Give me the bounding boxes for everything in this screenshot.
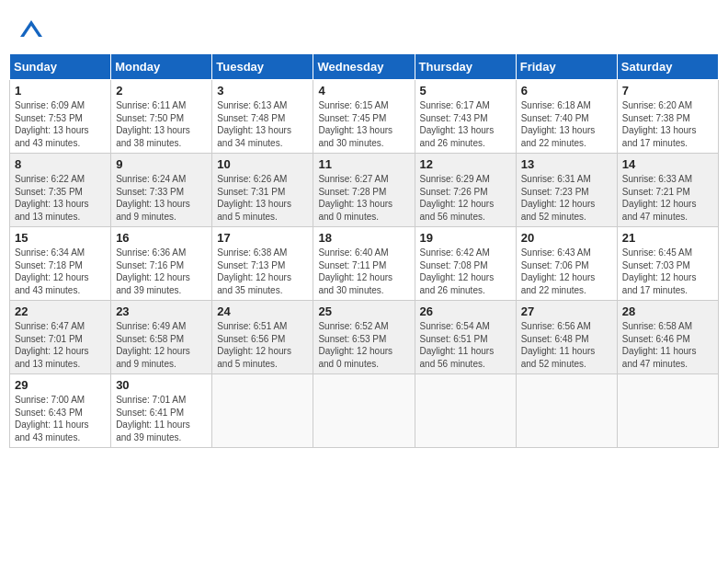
calendar-cell: 14Sunrise: 6:33 AM Sunset: 7:21 PM Dayli…	[617, 154, 718, 227]
day-number: 2	[116, 84, 207, 98]
day-number: 6	[521, 84, 612, 98]
day-info: Sunrise: 6:42 AM Sunset: 7:08 PM Dayligh…	[420, 247, 511, 296]
weekday-header: Friday	[516, 54, 617, 80]
weekday-header: Monday	[111, 54, 212, 80]
weekday-header: Sunday	[10, 54, 111, 80]
calendar-cell: 4Sunrise: 6:15 AM Sunset: 7:45 PM Daylig…	[313, 80, 415, 154]
calendar-week-row: 22Sunrise: 6:47 AM Sunset: 7:01 PM Dayli…	[10, 301, 719, 374]
day-info: Sunrise: 6:09 AM Sunset: 7:53 PM Dayligh…	[15, 99, 106, 149]
day-number: 23	[116, 304, 207, 318]
day-info: Sunrise: 6:24 AM Sunset: 7:33 PM Dayligh…	[116, 173, 207, 223]
calendar-cell: 6Sunrise: 6:18 AM Sunset: 7:40 PM Daylig…	[516, 80, 617, 154]
calendar-cell: 1Sunrise: 6:09 AM Sunset: 7:53 PM Daylig…	[10, 80, 111, 154]
calendar-cell: 12Sunrise: 6:29 AM Sunset: 7:26 PM Dayli…	[415, 154, 516, 227]
calendar-cell: 17Sunrise: 6:38 AM Sunset: 7:13 PM Dayli…	[212, 227, 313, 301]
day-number: 25	[318, 304, 409, 318]
day-info: Sunrise: 6:18 AM Sunset: 7:40 PM Dayligh…	[521, 99, 612, 149]
calendar-week-row: 8Sunrise: 6:22 AM Sunset: 7:35 PM Daylig…	[10, 154, 719, 227]
day-info: Sunrise: 7:00 AM Sunset: 6:43 PM Dayligh…	[15, 394, 106, 443]
calendar-cell: 22Sunrise: 6:47 AM Sunset: 7:01 PM Dayli…	[10, 301, 111, 374]
calendar-cell: 9Sunrise: 6:24 AM Sunset: 7:33 PM Daylig…	[111, 154, 212, 227]
day-number: 19	[420, 231, 511, 245]
day-info: Sunrise: 6:11 AM Sunset: 7:50 PM Dayligh…	[116, 99, 207, 149]
day-info: Sunrise: 6:43 AM Sunset: 7:06 PM Dayligh…	[521, 247, 612, 296]
day-number: 17	[217, 231, 308, 245]
calendar-cell: 15Sunrise: 6:34 AM Sunset: 7:18 PM Dayli…	[10, 227, 111, 301]
day-info: Sunrise: 6:29 AM Sunset: 7:26 PM Dayligh…	[420, 173, 511, 223]
calendar-cell	[415, 374, 516, 448]
day-info: Sunrise: 6:31 AM Sunset: 7:23 PM Dayligh…	[521, 173, 612, 223]
logo	[18, 18, 48, 44]
calendar-cell: 24Sunrise: 6:51 AM Sunset: 6:56 PM Dayli…	[212, 301, 313, 374]
page-header	[9, 9, 719, 49]
day-number: 16	[116, 231, 207, 245]
day-info: Sunrise: 6:20 AM Sunset: 7:38 PM Dayligh…	[622, 99, 713, 149]
day-info: Sunrise: 6:52 AM Sunset: 6:53 PM Dayligh…	[318, 320, 409, 370]
day-info: Sunrise: 6:33 AM Sunset: 7:21 PM Dayligh…	[622, 173, 713, 223]
calendar-cell: 19Sunrise: 6:42 AM Sunset: 7:08 PM Dayli…	[415, 227, 516, 301]
calendar-week-row: 29Sunrise: 7:00 AM Sunset: 6:43 PM Dayli…	[10, 374, 719, 448]
day-number: 13	[521, 157, 612, 171]
calendar-cell: 29Sunrise: 7:00 AM Sunset: 6:43 PM Dayli…	[10, 374, 111, 448]
calendar-cell: 27Sunrise: 6:56 AM Sunset: 6:48 PM Dayli…	[516, 301, 617, 374]
day-number: 26	[420, 304, 511, 318]
day-number: 3	[217, 84, 308, 98]
day-info: Sunrise: 6:22 AM Sunset: 7:35 PM Dayligh…	[15, 173, 106, 223]
calendar-cell: 11Sunrise: 6:27 AM Sunset: 7:28 PM Dayli…	[313, 154, 415, 227]
calendar-cell: 10Sunrise: 6:26 AM Sunset: 7:31 PM Dayli…	[212, 154, 313, 227]
weekday-header: Saturday	[617, 54, 718, 80]
day-number: 27	[521, 304, 612, 318]
calendar-cell	[617, 374, 718, 448]
logo-icon	[18, 18, 44, 44]
day-info: Sunrise: 6:13 AM Sunset: 7:48 PM Dayligh…	[217, 99, 308, 149]
day-info: Sunrise: 6:49 AM Sunset: 6:58 PM Dayligh…	[116, 320, 207, 370]
day-number: 15	[15, 231, 106, 245]
weekday-header: Tuesday	[212, 54, 313, 80]
calendar-cell: 26Sunrise: 6:54 AM Sunset: 6:51 PM Dayli…	[415, 301, 516, 374]
day-number: 7	[622, 84, 713, 98]
day-number: 14	[622, 157, 713, 171]
calendar-body: 1Sunrise: 6:09 AM Sunset: 7:53 PM Daylig…	[10, 80, 719, 448]
calendar-cell	[516, 374, 617, 448]
calendar-cell: 7Sunrise: 6:20 AM Sunset: 7:38 PM Daylig…	[617, 80, 718, 154]
calendar-week-row: 15Sunrise: 6:34 AM Sunset: 7:18 PM Dayli…	[10, 227, 719, 301]
day-number: 4	[318, 84, 409, 98]
calendar-cell: 3Sunrise: 6:13 AM Sunset: 7:48 PM Daylig…	[212, 80, 313, 154]
day-info: Sunrise: 7:01 AM Sunset: 6:41 PM Dayligh…	[116, 394, 207, 443]
weekday-header: Wednesday	[313, 54, 415, 80]
calendar-cell: 28Sunrise: 6:58 AM Sunset: 6:46 PM Dayli…	[617, 301, 718, 374]
day-number: 21	[622, 231, 713, 245]
calendar-cell: 2Sunrise: 6:11 AM Sunset: 7:50 PM Daylig…	[111, 80, 212, 154]
day-info: Sunrise: 6:54 AM Sunset: 6:51 PM Dayligh…	[420, 320, 511, 370]
day-info: Sunrise: 6:45 AM Sunset: 7:03 PM Dayligh…	[622, 247, 713, 296]
day-number: 29	[15, 378, 106, 392]
day-number: 11	[318, 157, 409, 171]
day-number: 28	[622, 304, 713, 318]
day-info: Sunrise: 6:51 AM Sunset: 6:56 PM Dayligh…	[217, 320, 308, 370]
day-number: 5	[420, 84, 511, 98]
day-info: Sunrise: 6:15 AM Sunset: 7:45 PM Dayligh…	[318, 99, 409, 149]
weekday-header: Thursday	[415, 54, 516, 80]
day-number: 1	[15, 84, 106, 98]
day-number: 18	[318, 231, 409, 245]
calendar-cell	[313, 374, 415, 448]
calendar-cell: 16Sunrise: 6:36 AM Sunset: 7:16 PM Dayli…	[111, 227, 212, 301]
day-number: 10	[217, 157, 308, 171]
day-info: Sunrise: 6:38 AM Sunset: 7:13 PM Dayligh…	[217, 247, 308, 296]
day-info: Sunrise: 6:36 AM Sunset: 7:16 PM Dayligh…	[116, 247, 207, 296]
day-number: 20	[521, 231, 612, 245]
calendar-cell: 30Sunrise: 7:01 AM Sunset: 6:41 PM Dayli…	[111, 374, 212, 448]
day-info: Sunrise: 6:26 AM Sunset: 7:31 PM Dayligh…	[217, 173, 308, 223]
day-info: Sunrise: 6:27 AM Sunset: 7:28 PM Dayligh…	[318, 173, 409, 223]
day-number: 12	[420, 157, 511, 171]
day-number: 9	[116, 157, 207, 171]
calendar-cell: 23Sunrise: 6:49 AM Sunset: 6:58 PM Dayli…	[111, 301, 212, 374]
day-info: Sunrise: 6:17 AM Sunset: 7:43 PM Dayligh…	[420, 99, 511, 149]
day-info: Sunrise: 6:47 AM Sunset: 7:01 PM Dayligh…	[15, 320, 106, 370]
calendar-cell: 8Sunrise: 6:22 AM Sunset: 7:35 PM Daylig…	[10, 154, 111, 227]
calendar-table: SundayMondayTuesdayWednesdayThursdayFrid…	[9, 53, 719, 448]
day-number: 22	[15, 304, 106, 318]
calendar-cell: 18Sunrise: 6:40 AM Sunset: 7:11 PM Dayli…	[313, 227, 415, 301]
calendar-cell: 20Sunrise: 6:43 AM Sunset: 7:06 PM Dayli…	[516, 227, 617, 301]
calendar-cell	[212, 374, 313, 448]
